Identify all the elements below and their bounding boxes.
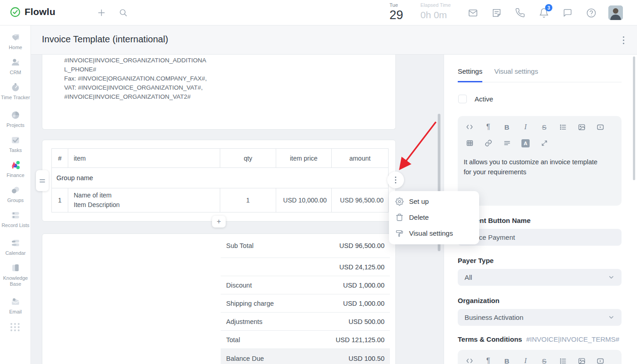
page-menu-button[interactable] xyxy=(619,35,628,45)
chat-button[interactable] xyxy=(561,6,574,19)
group-row[interactable]: Group name xyxy=(52,168,389,188)
totals-row-adjustments[interactable]: Adjustments USD 500.00 xyxy=(221,312,390,330)
link-icon[interactable] xyxy=(484,139,492,147)
notes-button[interactable] xyxy=(490,6,503,19)
sidebar-item-knowledge-base[interactable]: Knowledge Base xyxy=(0,263,31,287)
align-icon[interactable] xyxy=(503,139,511,147)
sidebar-item-projects[interactable]: Projects xyxy=(0,110,31,128)
strikethrough-icon[interactable]: S xyxy=(540,357,548,364)
email-icon xyxy=(10,296,21,307)
topbar: Flowlu Tue 29 Elapsed Time 0h 0m 3 xyxy=(0,0,637,25)
tab-settings[interactable]: Settings xyxy=(458,67,482,82)
menu-item-visual-settings[interactable]: Visual settings xyxy=(389,225,479,241)
chevron-down-icon xyxy=(608,274,615,281)
chat-icon xyxy=(562,8,572,18)
search-button[interactable] xyxy=(117,6,130,19)
payment-button-name-input[interactable] xyxy=(458,229,622,246)
help-icon xyxy=(586,8,597,18)
panel-scrollbar[interactable] xyxy=(633,56,635,180)
terms-label: Terms & Conditions xyxy=(458,335,522,343)
paragraph-icon[interactable]: ¶ xyxy=(484,357,492,364)
date-display[interactable]: Tue 29 xyxy=(389,3,403,21)
totals-row-discount[interactable]: Discount USD 1,000.00 xyxy=(221,276,390,294)
totals-table: Sub Total USD 96,500.00 USD 24,125.00 Di… xyxy=(221,234,390,364)
create-button[interactable] xyxy=(95,6,108,19)
projects-icon xyxy=(10,110,21,121)
list-icon[interactable] xyxy=(559,357,567,364)
totals-row-balance-due[interactable]: Balance Due USD 100.50 xyxy=(221,349,390,364)
sidebar-item-home[interactable]: Home xyxy=(0,32,31,51)
search-icon xyxy=(118,8,128,18)
totals-row-shipping[interactable]: Shipping charge USD 1,000.00 xyxy=(221,294,390,312)
apps-grid-icon[interactable] xyxy=(10,323,20,331)
font-background-icon[interactable]: A xyxy=(521,139,530,147)
col-header-price: item price xyxy=(276,149,332,168)
bold-icon[interactable]: B xyxy=(503,357,511,364)
item-number: 1 xyxy=(52,188,68,212)
sidebar-item-record-lists[interactable]: Record Lists xyxy=(0,210,31,228)
org-line: #INVOICE|INVOICE_ORGANIZATION_VAT2# xyxy=(64,92,395,101)
col-header-amount: amount xyxy=(332,149,389,168)
video-icon[interactable] xyxy=(596,357,604,364)
block-menu-button[interactable] xyxy=(387,172,404,188)
active-toggle-row: Active xyxy=(458,95,493,103)
terms-token[interactable]: #INVOICE|INVOICE_TERMS# xyxy=(526,335,619,343)
code-icon[interactable] xyxy=(465,123,474,131)
totals-row-subtotal[interactable]: Sub Total USD 96,500.00 xyxy=(221,234,390,258)
sidebar-item-calendar[interactable]: Calendar xyxy=(0,238,31,256)
strikethrough-icon[interactable]: S xyxy=(540,123,548,131)
menu-item-delete[interactable]: Delete xyxy=(389,209,479,225)
image-icon[interactable] xyxy=(577,123,586,131)
col-header-item: item xyxy=(68,149,220,168)
sidebar-item-time-tracker[interactable]: Time Tracker xyxy=(0,82,31,101)
image-icon[interactable] xyxy=(577,357,586,364)
sidebar: Home CRM Time Tracker Projects Tasks Fin… xyxy=(0,25,31,364)
block-drag-handle[interactable] xyxy=(36,170,49,191)
avatar[interactable] xyxy=(608,5,623,20)
sidebar-item-groups[interactable]: Groups xyxy=(0,185,31,203)
page-title: Invoice Template (international) xyxy=(42,34,168,45)
org-line: VAT: #INVOICE|INVOICE_ORGANIZATION_VAT#, xyxy=(64,83,395,92)
totals-row-tax[interactable]: USD 24,125.00 xyxy=(221,258,390,276)
calendar-icon xyxy=(10,238,21,248)
video-icon[interactable] xyxy=(596,123,604,131)
bold-icon[interactable]: B xyxy=(503,123,511,131)
terms-row: Terms & Conditions #INVOICE|INVOICE_TERM… xyxy=(458,335,619,343)
fullscreen-icon[interactable] xyxy=(540,139,548,147)
description-text[interactable]: It allows you to customize an invoice te… xyxy=(458,150,615,177)
items-table: # item qty item price amount Group name … xyxy=(51,148,389,212)
paragraph-icon[interactable]: ¶ xyxy=(484,123,492,131)
totals-block[interactable]: Sub Total USD 96,500.00 USD 24,125.00 Di… xyxy=(42,233,396,364)
active-checkbox[interactable] xyxy=(458,95,467,103)
totals-row-total[interactable]: Total USD 121,125.00 xyxy=(221,330,390,349)
col-header-qty: qty xyxy=(220,149,276,168)
list-icon[interactable] xyxy=(559,123,567,131)
sidebar-item-tasks[interactable]: Tasks xyxy=(0,135,31,153)
sidebar-item-crm[interactable]: CRM xyxy=(0,57,31,76)
items-block[interactable]: # item qty item price amount Group name … xyxy=(42,140,396,222)
mail-button[interactable] xyxy=(466,6,479,19)
chevron-down-icon xyxy=(608,314,615,321)
organization-select[interactable]: Business Activation xyxy=(458,309,622,326)
menu-item-set-up[interactable]: Set up xyxy=(389,193,479,209)
description-editor[interactable]: ¶ B I S A It allows you to customize an … xyxy=(458,116,622,206)
terms-editor[interactable]: ¶ B I S xyxy=(458,350,622,364)
elapsed-time[interactable]: Elapsed Time 0h 0m xyxy=(420,3,451,20)
table-icon[interactable] xyxy=(465,139,474,147)
phone-icon xyxy=(515,8,525,18)
italic-icon[interactable]: I xyxy=(521,357,530,364)
org-line: Fax: #INVOICE|ORGANIZATION.COMPANY_FAX#, xyxy=(64,74,395,83)
payer-type-select[interactable]: All xyxy=(458,269,622,286)
italic-icon[interactable]: I xyxy=(521,123,530,131)
sidebar-item-finance[interactable]: Finance xyxy=(0,160,31,178)
tab-visual-settings[interactable]: Visual settings xyxy=(494,67,538,82)
phone-button[interactable] xyxy=(514,6,526,19)
sidebar-item-email[interactable]: Email xyxy=(0,296,31,315)
help-button[interactable] xyxy=(585,6,597,19)
add-item-button[interactable]: + xyxy=(212,216,226,228)
block-context-menu: Set up Delete Visual settings xyxy=(389,191,479,244)
code-icon[interactable] xyxy=(465,357,474,364)
app-logo[interactable]: Flowlu xyxy=(10,6,56,17)
table-row[interactable]: 1 Name of item Item Description 1 USD 10… xyxy=(52,188,389,212)
organization-block[interactable]: #INVOICE|INVOICE_ORGANIZATION_ADDITIONA … xyxy=(42,55,396,130)
